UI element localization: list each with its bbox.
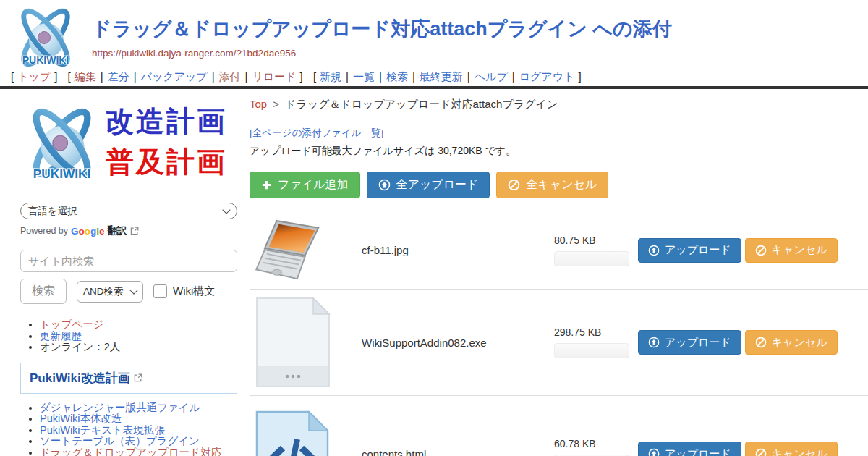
chevron-down-icon <box>129 286 137 294</box>
cancel-button[interactable]: キャンセル <box>745 442 838 456</box>
list-item: ソートテーブル（表）プラグイン <box>40 436 237 447</box>
sidebar-link-common-files[interactable]: ダジャレンジャー版共通ファイル <box>40 402 200 413</box>
language-select[interactable]: 言語を選択 <box>20 203 237 219</box>
html-file-icon <box>255 410 329 456</box>
upload-circle-icon <box>648 337 660 348</box>
cancel-all-button[interactable]: 全キャンセル <box>496 172 608 198</box>
list-item: ダジャレンジャー版共通ファイル <box>40 402 237 414</box>
upload-progress-bar <box>554 343 629 358</box>
file-row: WikiSupportAddin082.exe 298.75 KB アップロード <box>250 289 868 395</box>
search-button[interactable]: 検索 <box>20 279 67 304</box>
max-upload-size-text: アップロード可能最大ファイルサイズは 30,720KB です。 <box>250 145 868 158</box>
breadcrumb-current: ドラッグ＆ドロップアップロード対応attachプラグイン <box>285 98 558 110</box>
breadcrumb-home-link[interactable]: Top <box>250 98 267 110</box>
nav-link-help[interactable]: ヘルプ <box>475 70 508 83</box>
site-title: PukiWiki改造計画 <box>30 370 130 387</box>
nav-link-list[interactable]: 一覧 <box>353 70 375 83</box>
list-item: ドラッグ＆ドロップアップロード対応attachプラグイン <box>40 447 237 456</box>
google-logo: Google <box>71 226 105 237</box>
list-item: オンライン：2人 <box>40 342 237 353</box>
nav-link-logout[interactable]: ログアウト <box>519 70 575 83</box>
nav-link-search[interactable]: 検索 <box>386 70 408 83</box>
sidebar-link-recent-changes[interactable]: 更新履歴 <box>40 330 82 342</box>
page-url[interactable]: https://pukiwiki.dajya-ranger.com/?1bd2d… <box>92 48 296 59</box>
pukiwiki-atom-logo[interactable]: PUKIWIKI <box>9 4 82 74</box>
laptop-photo-thumbnail <box>255 219 333 282</box>
cancel-button[interactable]: キャンセル <box>745 238 838 263</box>
wiki-syntax-label: Wiki構文 <box>173 284 215 298</box>
external-link-icon <box>130 227 139 235</box>
upload-all-button[interactable]: 全アップロード <box>367 172 490 198</box>
pukiwiki-atom-logo-small: PUKIWIKI <box>20 100 103 191</box>
file-row: contents.html 60.78 KB アップロード <box>250 395 868 456</box>
cancel-button[interactable]: キャンセル <box>745 330 838 355</box>
file-name: cf-b11.jpg <box>362 244 546 256</box>
list-item: 更新履歴 <box>40 331 237 342</box>
nav-separator: | <box>467 70 470 83</box>
upload-circle-icon <box>378 179 391 191</box>
nav-separator: | <box>101 70 103 83</box>
file-size: 298.75 KB <box>554 326 631 338</box>
sidebar-site-links: ダジャレンジャー版共通ファイル PukiWiki本体改造 PukiWikiテキス… <box>20 402 237 456</box>
nav-separator: | <box>412 70 415 83</box>
upload-circle-icon <box>648 245 660 256</box>
main-content: Top>ドラッグ＆ドロップアップロード対応attachプラグイン [全ページの添… <box>250 94 868 456</box>
file-name: WikiSupportAddin082.exe <box>362 337 546 349</box>
pukiwiki-attach-page: PUKIWIKI ドラッグ＆ドロップアップロード対応attachプラグイン への… <box>0 0 868 456</box>
all-pages-attachment-list-link[interactable]: [全ページの添付ファイル一覧] <box>250 127 868 140</box>
upload-toolbar: ファイル追加 全アップロード 全キャンセル <box>250 172 868 198</box>
nav-link-diff[interactable]: 差分 <box>108 70 129 83</box>
nav-link-attach[interactable]: 添付 <box>219 70 241 83</box>
ban-icon <box>755 245 767 256</box>
upload-button[interactable]: アップロード <box>638 238 741 263</box>
nav-link-recent[interactable]: 最終更新 <box>420 70 463 83</box>
wiki-syntax-option: Wiki構文 <box>153 284 215 298</box>
sidebar-link-dragdrop-attach[interactable]: ドラッグ＆ドロップアップロード対応attachプラグイン <box>40 447 221 456</box>
file-name: contents.html <box>362 448 546 456</box>
nav-bracket: ] <box>54 70 57 83</box>
chevron-down-icon <box>222 206 230 214</box>
sidebar-link-text-extension[interactable]: PukiWikiテキスト表現拡張 <box>40 424 165 436</box>
site-title-box[interactable]: PukiWiki改造計画 <box>20 363 237 394</box>
nav-link-backup[interactable]: バックアップ <box>141 70 208 83</box>
svg-text:PUKIWIKI: PUKIWIKI <box>33 166 91 181</box>
sidebar-link-core-mods[interactable]: PukiWiki本体改造 <box>40 413 122 424</box>
nav-link-edit[interactable]: 編集 <box>75 70 96 83</box>
ban-icon <box>755 448 767 456</box>
breadcrumb-separator: > <box>273 98 279 110</box>
nav-bracket: ] <box>578 70 581 83</box>
wiki-syntax-checkbox[interactable] <box>153 284 167 298</box>
nav-separator: | <box>134 70 137 83</box>
nav-separator: | <box>245 70 248 83</box>
banner-slogan: 改造計画 普及計画 <box>106 101 227 182</box>
online-count: オンライン：2人 <box>40 341 120 352</box>
sidebar: PUKIWIKI 改造計画 普及計画 言語を選択 Powered by Goog… <box>20 100 237 456</box>
breadcrumb: Top>ドラッグ＆ドロップアップロード対応attachプラグイン <box>250 98 868 111</box>
nav-bracket: [ <box>68 70 71 83</box>
nav-separator: | <box>512 70 515 83</box>
upload-progress-bar <box>554 251 629 266</box>
top-navigation: [トップ] [編集|差分|バックアップ|添付|リロード] [新規|一覧|検索|最… <box>7 70 585 84</box>
upload-button[interactable]: アップロード <box>638 330 741 355</box>
file-size: 80.75 KB <box>554 235 631 246</box>
google-translate-attribution: Powered by Google 翻訳 <box>20 224 237 237</box>
site-search-input[interactable] <box>20 250 237 272</box>
list-item: トップページ <box>40 319 237 331</box>
nav-separator: | <box>379 70 382 83</box>
nav-link-top[interactable]: トップ <box>17 70 51 83</box>
sidebar-link-top-page[interactable]: トップページ <box>40 318 104 330</box>
list-item: PukiWikiテキスト表現拡張 <box>40 425 237 436</box>
sidebar-link-sort-table[interactable]: ソートテーブル（表）プラグイン <box>40 435 200 447</box>
upload-button[interactable]: アップロード <box>638 442 741 456</box>
nav-link-reload[interactable]: リロード <box>252 70 296 83</box>
add-files-button[interactable]: ファイル追加 <box>250 172 360 198</box>
sidebar-site-banner[interactable]: PUKIWIKI 改造計画 普及計画 <box>20 100 237 193</box>
nav-link-new[interactable]: 新規 <box>320 70 341 83</box>
search-mode-select[interactable]: AND検索 <box>77 281 143 303</box>
upload-queue: cf-b11.jpg 80.75 KB アップロード <box>250 211 868 456</box>
nav-bracket: [ <box>11 70 14 83</box>
file-size: 60.78 KB <box>554 438 631 449</box>
nav-bracket: ] <box>300 70 303 83</box>
page-title: ドラッグ＆ドロップアップロード対応attachプラグイン への添付 <box>92 16 672 42</box>
upload-circle-icon <box>648 448 660 456</box>
